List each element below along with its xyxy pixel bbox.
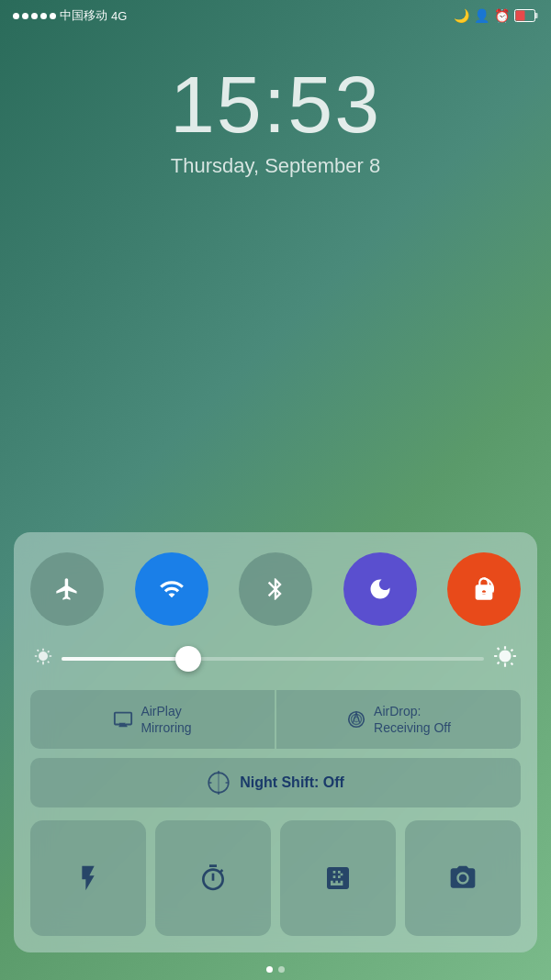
dot4 [40, 13, 47, 19]
night-shift-label: Night Shift: Off [240, 774, 344, 793]
bluetooth-button[interactable] [239, 552, 312, 626]
night-shift-button[interactable]: Night Shift: Off [30, 758, 521, 807]
flashlight-button[interactable] [30, 820, 146, 936]
battery-icon [514, 9, 538, 22]
airplay-mirroring-button[interactable]: AirPlayMirroring [30, 690, 275, 749]
wifi-icon [159, 576, 185, 602]
dot3 [31, 13, 38, 19]
brightness-fill [62, 657, 188, 661]
signal-dots [13, 13, 56, 19]
carrier-label: 中国移动 [60, 7, 107, 24]
airplay-icon [113, 709, 133, 729]
airplane-mode-button[interactable] [30, 552, 104, 626]
wifi-button[interactable] [135, 552, 208, 626]
airplay-label: AirPlayMirroring [141, 703, 191, 736]
user-icon: 👤 [474, 8, 489, 23]
night-shift-icon [207, 771, 231, 795]
airplay-airdrop-row: AirPlayMirroring AirDrop:Receiving Off [30, 690, 521, 749]
svg-rect-2 [516, 11, 525, 21]
page-dot-2 [278, 966, 285, 973]
airdrop-button[interactable]: AirDrop:Receiving Off [276, 690, 521, 749]
timer-icon [198, 863, 228, 893]
brightness-thumb[interactable] [175, 646, 201, 672]
dot2 [22, 13, 28, 19]
alarm-icon: ⏰ [494, 8, 510, 23]
status-left: 中国移动 4G [13, 7, 127, 24]
svg-rect-1 [535, 13, 538, 18]
rotation-lock-icon [471, 576, 497, 602]
control-center: AirPlayMirroring AirDrop:Receiving Off N… [14, 532, 537, 952]
airdrop-label: AirDrop:Receiving Off [374, 703, 451, 736]
network-label: 4G [111, 9, 127, 23]
status-right: 🌙 👤 ⏰ [454, 8, 538, 23]
camera-button[interactable] [405, 820, 521, 936]
flashlight-icon [73, 863, 103, 893]
page-dots [266, 966, 285, 973]
lock-screen: 15:53 Thursday, September 8 [0, 28, 551, 178]
calculator-button[interactable] [280, 820, 396, 936]
brightness-high-icon [493, 644, 517, 674]
date-display: Thursday, September 8 [0, 154, 551, 178]
status-bar: 中国移动 4G 🌙 👤 ⏰ [0, 0, 551, 28]
page-dot-1 [266, 966, 273, 973]
airdrop-icon [346, 709, 366, 729]
time-display: 15:53 [0, 64, 551, 145]
airplane-icon [54, 576, 80, 602]
brightness-row [30, 644, 521, 674]
bluetooth-icon [263, 576, 288, 602]
toggle-row [30, 552, 521, 626]
camera-icon [448, 863, 478, 893]
timer-button[interactable] [155, 820, 271, 936]
dot5 [50, 13, 56, 19]
dot1 [13, 13, 19, 19]
do-not-disturb-status-icon: 🌙 [454, 8, 469, 23]
brightness-low-icon [34, 647, 52, 670]
app-row [30, 820, 521, 936]
rotation-lock-button[interactable] [447, 552, 521, 626]
calculator-icon [323, 863, 353, 893]
moon-icon [367, 576, 393, 602]
do-not-disturb-button[interactable] [343, 552, 417, 626]
brightness-track[interactable] [62, 657, 484, 661]
